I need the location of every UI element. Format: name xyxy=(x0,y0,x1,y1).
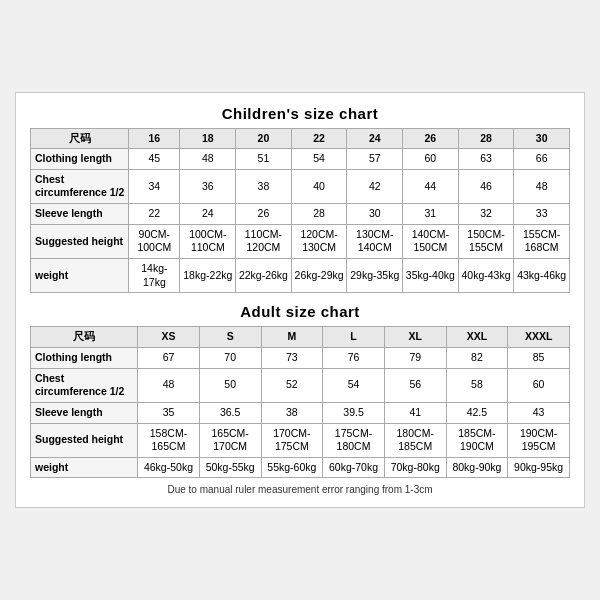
adult-cell-1-3: 54 xyxy=(323,368,385,402)
children-cell-0-0: 45 xyxy=(129,149,180,170)
children-cell-0-6: 63 xyxy=(458,149,514,170)
children-row-label-3: Suggested height xyxy=(31,224,129,258)
adult-row-label-1: Chest circumference 1/2 xyxy=(31,368,138,402)
adult-cell-4-3: 60kg-70kg xyxy=(323,457,385,478)
children-cell-4-6: 40kg-43kg xyxy=(458,259,514,293)
adult-table: 尺码XSSMLXLXXLXXXL Clothing length67707376… xyxy=(30,326,570,478)
children-cell-1-3: 40 xyxy=(291,169,347,203)
adult-cell-4-5: 80kg-90kg xyxy=(446,457,508,478)
adult-cell-0-4: 79 xyxy=(384,347,446,368)
adult-cell-1-4: 56 xyxy=(384,368,446,402)
adult-row-2: Sleeve length3536.53839.54142.543 xyxy=(31,402,570,423)
children-row-label-1: Chest circumference 1/2 xyxy=(31,169,129,203)
children-row-0: Clothing length4548515457606366 xyxy=(31,149,570,170)
adult-col-header-0: 尺码 xyxy=(31,327,138,348)
adult-cell-3-5: 185CM-190CM xyxy=(446,423,508,457)
adult-cell-1-0: 48 xyxy=(138,368,200,402)
children-col-header-2: 18 xyxy=(180,128,236,149)
children-cell-3-5: 140CM-150CM xyxy=(403,224,459,258)
children-cell-4-7: 43kg-46kg xyxy=(514,259,570,293)
children-cell-1-0: 34 xyxy=(129,169,180,203)
children-chart-title: Children's size chart xyxy=(30,105,570,122)
adult-cell-4-6: 90kg-95kg xyxy=(508,457,570,478)
children-cell-3-1: 100CM-110CM xyxy=(180,224,236,258)
adult-cell-4-0: 46kg-50kg xyxy=(138,457,200,478)
children-col-header-0: 尺码 xyxy=(31,128,129,149)
children-row-2: Sleeve length2224262830313233 xyxy=(31,204,570,225)
children-col-header-8: 30 xyxy=(514,128,570,149)
adult-cell-0-1: 70 xyxy=(199,347,261,368)
children-table: 尺码1618202224262830 Clothing length454851… xyxy=(30,128,570,294)
children-col-header-4: 22 xyxy=(291,128,347,149)
adult-cell-3-6: 190CM-195CM xyxy=(508,423,570,457)
adult-chart-title: Adult size chart xyxy=(30,303,570,320)
children-cell-1-6: 46 xyxy=(458,169,514,203)
chart-container: Children's size chart 尺码1618202224262830… xyxy=(15,92,585,509)
children-row-3: Suggested height90CM-100CM100CM-110CM110… xyxy=(31,224,570,258)
adult-col-header-4: L xyxy=(323,327,385,348)
adult-cell-3-1: 165CM-170CM xyxy=(199,423,261,457)
adult-cell-2-6: 43 xyxy=(508,402,570,423)
adult-cell-2-2: 38 xyxy=(261,402,323,423)
adult-row-1: Chest circumference 1/248505254565860 xyxy=(31,368,570,402)
children-cell-2-1: 24 xyxy=(180,204,236,225)
children-header-row: 尺码1618202224262830 xyxy=(31,128,570,149)
adult-cell-3-0: 158CM-165CM xyxy=(138,423,200,457)
children-cell-2-2: 26 xyxy=(236,204,292,225)
children-cell-2-5: 31 xyxy=(403,204,459,225)
children-row-1: Chest circumference 1/23436384042444648 xyxy=(31,169,570,203)
children-col-header-3: 20 xyxy=(236,128,292,149)
adult-header-row: 尺码XSSMLXLXXLXXXL xyxy=(31,327,570,348)
children-cell-3-7: 155CM-168CM xyxy=(514,224,570,258)
adult-col-header-7: XXXL xyxy=(508,327,570,348)
children-cell-1-7: 48 xyxy=(514,169,570,203)
adult-cell-3-4: 180CM-185CM xyxy=(384,423,446,457)
children-col-header-1: 16 xyxy=(129,128,180,149)
children-cell-4-4: 29kg-35kg xyxy=(347,259,403,293)
children-cell-3-6: 150CM-155CM xyxy=(458,224,514,258)
adult-body: Clothing length67707376798285Chest circu… xyxy=(31,347,570,477)
children-row-label-2: Sleeve length xyxy=(31,204,129,225)
children-cell-3-2: 110CM-120CM xyxy=(236,224,292,258)
adult-cell-2-0: 35 xyxy=(138,402,200,423)
adult-cell-4-1: 50kg-55kg xyxy=(199,457,261,478)
adult-cell-1-5: 58 xyxy=(446,368,508,402)
children-col-header-7: 28 xyxy=(458,128,514,149)
children-cell-2-4: 30 xyxy=(347,204,403,225)
adult-cell-1-6: 60 xyxy=(508,368,570,402)
children-cell-0-3: 54 xyxy=(291,149,347,170)
children-cell-2-3: 28 xyxy=(291,204,347,225)
adult-col-header-5: XL xyxy=(384,327,446,348)
children-cell-2-0: 22 xyxy=(129,204,180,225)
children-cell-2-7: 33 xyxy=(514,204,570,225)
adult-cell-4-2: 55kg-60kg xyxy=(261,457,323,478)
children-cell-4-3: 26kg-29kg xyxy=(291,259,347,293)
adult-row-label-2: Sleeve length xyxy=(31,402,138,423)
adult-col-header-2: S xyxy=(199,327,261,348)
adult-cell-1-1: 50 xyxy=(199,368,261,402)
children-cell-1-4: 42 xyxy=(347,169,403,203)
children-cell-0-4: 57 xyxy=(347,149,403,170)
children-cell-0-2: 51 xyxy=(236,149,292,170)
adult-cell-2-1: 36.5 xyxy=(199,402,261,423)
adult-cell-0-6: 85 xyxy=(508,347,570,368)
children-cell-3-0: 90CM-100CM xyxy=(129,224,180,258)
adult-cell-1-2: 52 xyxy=(261,368,323,402)
children-cell-0-7: 66 xyxy=(514,149,570,170)
adult-row-4: weight46kg-50kg50kg-55kg55kg-60kg60kg-70… xyxy=(31,457,570,478)
children-cell-1-1: 36 xyxy=(180,169,236,203)
footnote: Due to manual ruler measurement error ra… xyxy=(30,484,570,495)
children-body: Clothing length4548515457606366Chest cir… xyxy=(31,149,570,293)
children-cell-1-2: 38 xyxy=(236,169,292,203)
adult-cell-0-3: 76 xyxy=(323,347,385,368)
children-col-header-5: 24 xyxy=(347,128,403,149)
adult-cell-2-4: 41 xyxy=(384,402,446,423)
adult-row-label-3: Suggested height xyxy=(31,423,138,457)
children-col-header-6: 26 xyxy=(403,128,459,149)
adult-row-label-4: weight xyxy=(31,457,138,478)
adult-row-3: Suggested height158CM-165CM165CM-170CM17… xyxy=(31,423,570,457)
adult-cell-0-2: 73 xyxy=(261,347,323,368)
children-row-4: weight14kg-17kg18kg-22kg22kg-26kg26kg-29… xyxy=(31,259,570,293)
children-row-label-0: Clothing length xyxy=(31,149,129,170)
children-cell-4-0: 14kg-17kg xyxy=(129,259,180,293)
